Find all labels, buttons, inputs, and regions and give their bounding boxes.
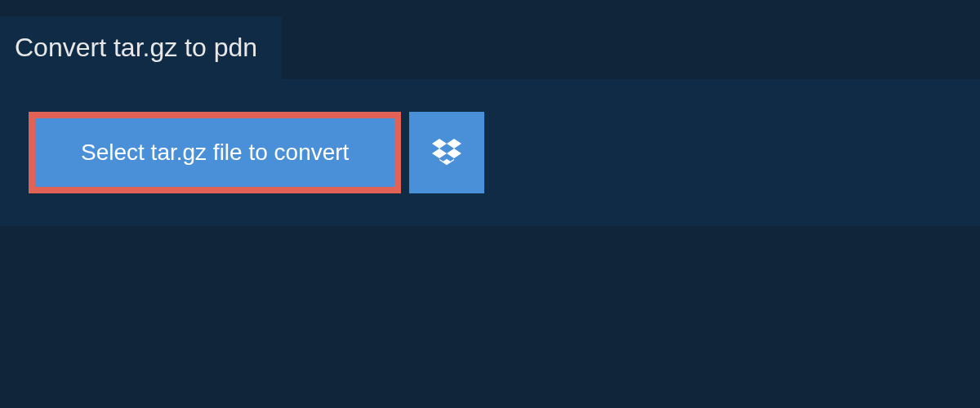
tab-title: Convert tar.gz to pdn — [15, 33, 257, 62]
page-container: Convert tar.gz to pdn Select tar.gz file… — [0, 0, 980, 408]
button-row: Select tar.gz file to convert — [29, 112, 951, 193]
bottom-area — [0, 226, 980, 408]
tab-convert[interactable]: Convert tar.gz to pdn — [0, 16, 282, 79]
select-file-label: Select tar.gz file to convert — [81, 140, 349, 166]
tab-area: Convert tar.gz to pdn — [0, 16, 980, 79]
dropbox-icon — [432, 136, 461, 169]
select-file-button[interactable]: Select tar.gz file to convert — [29, 112, 401, 193]
dropbox-button[interactable] — [409, 112, 484, 193]
content-panel: Select tar.gz file to convert — [0, 79, 980, 226]
top-bar — [0, 0, 980, 16]
